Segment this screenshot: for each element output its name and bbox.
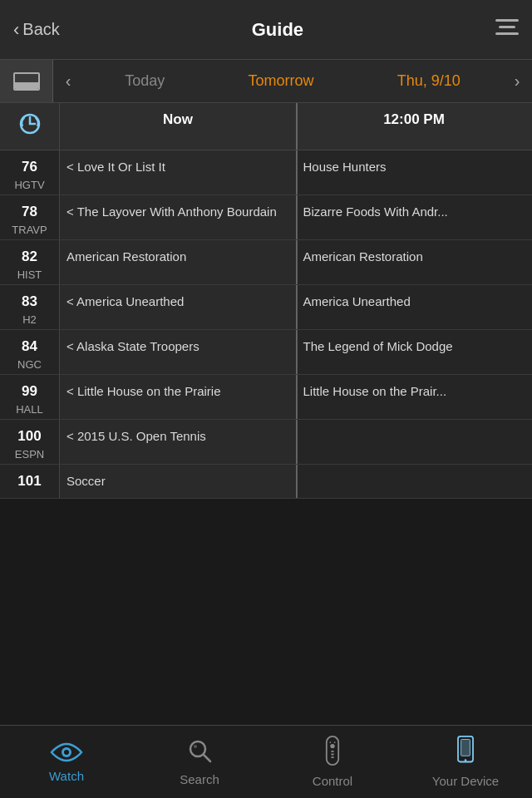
svg-rect-12 xyxy=(331,754,334,756)
refresh-icon xyxy=(17,111,42,141)
back-button[interactable]: ‹ Back xyxy=(13,19,60,41)
program-next[interactable]: The Legend of Mick Dodge xyxy=(297,330,533,374)
program-next[interactable]: America Unearthed xyxy=(297,285,533,329)
channel-programs-84: < Alaska State Troopers The Legend of Mi… xyxy=(60,330,532,374)
channel-info-84: 84 NGC xyxy=(0,330,60,374)
channel-info-82: 82 HIST xyxy=(0,240,60,284)
table-row[interactable]: 82 HIST American Restoration American Re… xyxy=(0,240,532,285)
program-now[interactable]: < Little House on the Prairie xyxy=(60,375,297,419)
nav-control[interactable]: Control xyxy=(266,726,399,798)
inbox-icon-button[interactable] xyxy=(0,60,53,102)
channel-info-99: 99 HALL xyxy=(0,375,60,419)
page-title: Guide xyxy=(252,19,303,41)
channel-info-100: 100 ESPN xyxy=(0,420,60,464)
remote-icon xyxy=(321,736,344,769)
channel-programs-78: < The Layover With Anthony Bourdain Biza… xyxy=(60,195,532,239)
channel-programs-83: < America Unearthed America Unearthed xyxy=(60,285,532,329)
program-now[interactable]: < Alaska State Troopers xyxy=(60,330,297,374)
search-icon xyxy=(186,737,213,767)
channel-name: HALL xyxy=(16,403,43,416)
svg-rect-0 xyxy=(495,19,519,22)
channel-number: 78 xyxy=(22,204,37,220)
channel-name: ESPN xyxy=(15,448,44,461)
channel-name: TRAVP xyxy=(12,224,47,236)
next-date-button[interactable]: › xyxy=(502,60,532,102)
tab-tomorrow[interactable]: Tomorrow xyxy=(241,69,320,93)
svg-point-8 xyxy=(194,745,197,748)
channel-number: 99 xyxy=(22,383,37,400)
svg-rect-11 xyxy=(331,751,334,752)
program-now[interactable]: Soccer xyxy=(60,465,297,498)
svg-line-7 xyxy=(204,755,210,761)
program-now[interactable]: < The Layover With Anthony Bourdain xyxy=(60,195,297,239)
channel-number: 76 xyxy=(22,159,37,175)
svg-rect-2 xyxy=(495,32,519,35)
channel-info-76: 76 HGTV xyxy=(0,150,60,195)
time-labels: Now 12:00 PM xyxy=(60,103,532,150)
channel-name: H2 xyxy=(22,313,37,326)
program-next[interactable] xyxy=(297,420,533,464)
channel-programs-100: < 2015 U.S. Open Tennis xyxy=(60,420,532,464)
svg-rect-1 xyxy=(499,26,515,28)
device-label: Your Device xyxy=(432,774,499,788)
inbox-icon xyxy=(13,72,40,91)
channel-number: 82 xyxy=(22,249,37,265)
table-row[interactable]: 76 HGTV < Love It Or List It House Hunte… xyxy=(0,150,532,195)
channel-name: NGC xyxy=(17,358,42,371)
program-now[interactable]: < America Unearthed xyxy=(60,285,297,329)
table-row[interactable]: 99 HALL < Little House on the Prairie Li… xyxy=(0,375,532,420)
nav-search[interactable]: Search xyxy=(133,726,266,798)
date-navigation: ‹ Today Tomorrow Thu, 9/10 › xyxy=(0,60,532,103)
prev-date-button[interactable]: ‹ xyxy=(53,60,83,102)
channel-name: HGTV xyxy=(14,179,44,191)
device-icon xyxy=(454,736,477,769)
date-tabs: Today Tomorrow Thu, 9/10 xyxy=(83,69,502,93)
bottom-navigation: Watch Search Control xyxy=(0,725,532,798)
search-label: Search xyxy=(180,772,219,786)
program-now[interactable]: American Restoration xyxy=(60,240,297,284)
tab-today[interactable]: Today xyxy=(118,69,171,93)
channel-info-78: 78 TRAVP xyxy=(0,195,60,239)
back-chevron-icon: ‹ xyxy=(13,19,19,41)
tab-thu[interactable]: Thu, 9/10 xyxy=(391,69,467,93)
nav-device[interactable]: Your Device xyxy=(399,726,532,798)
channel-programs-82: American Restoration American Restoratio… xyxy=(60,240,532,284)
table-row[interactable]: 83 H2 < America Unearthed America Uneart… xyxy=(0,285,532,330)
nav-watch[interactable]: Watch xyxy=(0,726,133,798)
svg-point-19 xyxy=(465,759,467,761)
svg-rect-17 xyxy=(461,740,470,756)
program-next[interactable]: Bizarre Foods With Andr... xyxy=(297,195,533,239)
program-now[interactable]: < Love It Or List It xyxy=(60,150,297,195)
channel-programs-76: < Love It Or List It House Hunters xyxy=(60,150,532,195)
svg-rect-14 xyxy=(329,741,331,743)
table-row[interactable]: 100 ESPN < 2015 U.S. Open Tennis xyxy=(0,420,532,465)
program-now[interactable]: < 2015 U.S. Open Tennis xyxy=(60,420,297,464)
app-header: ‹ Back Guide xyxy=(0,0,532,60)
next-time-label: 12:00 PM xyxy=(296,103,532,150)
channel-number: 84 xyxy=(22,338,37,355)
back-label: Back xyxy=(22,20,59,39)
time-divider xyxy=(296,103,298,150)
program-next[interactable]: Little House on the Prair... xyxy=(297,375,533,419)
now-label: Now xyxy=(60,103,296,150)
channel-programs-99: < Little House on the Prairie Little Hou… xyxy=(60,375,532,419)
svg-rect-13 xyxy=(331,756,334,758)
table-row[interactable]: 101 Soccer xyxy=(0,465,532,499)
channel-programs-101: Soccer xyxy=(60,465,532,498)
eye-icon xyxy=(48,741,85,764)
channel-col-icon xyxy=(0,103,60,150)
guide-time-header: Now 12:00 PM xyxy=(0,103,532,150)
program-next[interactable]: American Restoration xyxy=(297,240,533,284)
table-row[interactable]: 84 NGC < Alaska State Troopers The Legen… xyxy=(0,330,532,375)
svg-point-10 xyxy=(330,744,334,748)
channel-number: 101 xyxy=(17,473,41,490)
program-next[interactable]: House Hunters xyxy=(297,150,533,195)
channel-info-83: 83 H2 xyxy=(0,285,60,329)
svg-rect-15 xyxy=(334,741,336,743)
guide-content: 76 HGTV < Love It Or List It House Hunte… xyxy=(0,150,532,736)
menu-icon[interactable] xyxy=(495,17,519,42)
program-next[interactable] xyxy=(297,465,533,498)
channel-number: 83 xyxy=(22,293,37,310)
table-row[interactable]: 78 TRAVP < The Layover With Anthony Bour… xyxy=(0,195,532,240)
channel-info-101: 101 xyxy=(0,465,60,498)
